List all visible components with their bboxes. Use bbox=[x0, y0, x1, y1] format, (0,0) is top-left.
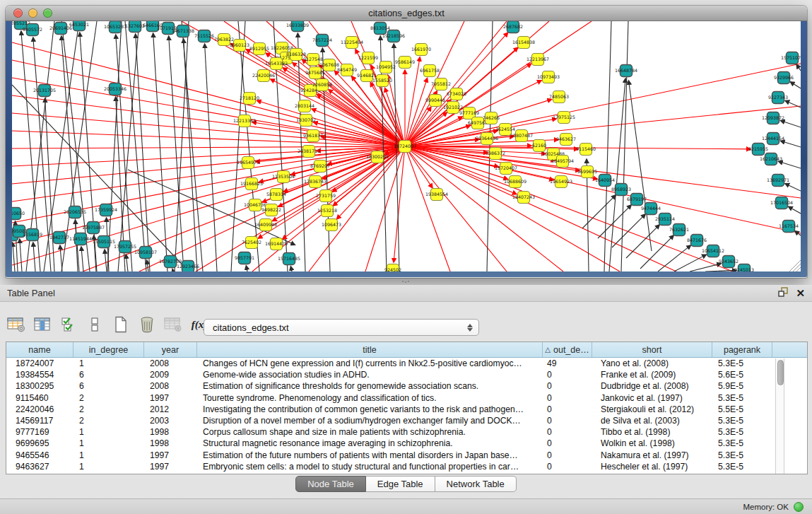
table-row[interactable]: 2242004622012Investigating the contribut… bbox=[6, 404, 807, 415]
network-node[interactable]: 15505115 bbox=[93, 236, 115, 248]
network-node[interactable]: 2935114 bbox=[655, 214, 675, 226]
network-node[interactable]: 12444154 bbox=[762, 133, 784, 145]
network-node[interactable]: 10958107 bbox=[134, 247, 157, 259]
network-node[interactable]: 6734028 bbox=[447, 88, 466, 100]
network-node[interactable]: 6453021 bbox=[69, 21, 89, 31]
network-node[interactable]: 11225494 bbox=[341, 37, 363, 49]
network-node[interactable]: 18407243 bbox=[512, 192, 535, 204]
network-node[interactable]: 1096473 bbox=[322, 219, 341, 231]
close-window-button[interactable] bbox=[13, 8, 23, 18]
network-node[interactable]: 8769207 bbox=[310, 160, 330, 173]
network-node[interactable]: 10653287 bbox=[104, 21, 126, 33]
panel-divider[interactable] bbox=[0, 278, 812, 285]
column-header-pagerank[interactable]: pagerank bbox=[712, 342, 772, 357]
network-node[interactable]: 9586149 bbox=[395, 57, 415, 69]
network-node[interactable]: 6961758 bbox=[420, 65, 440, 77]
network-node[interactable]: 8958923 bbox=[611, 184, 631, 196]
network-node[interactable]: 1253218 bbox=[317, 205, 337, 217]
tab-edge-table[interactable]: Edge Table bbox=[366, 476, 435, 492]
network-node[interactable]: 1830702 bbox=[296, 115, 316, 127]
network-node[interactable]: 1167534 bbox=[779, 221, 799, 233]
network-canvas[interactable]: 1872400779638228960123891295518226058912… bbox=[12, 21, 801, 271]
create-column-icon[interactable] bbox=[110, 314, 131, 335]
network-node[interactable]: 8215955 bbox=[748, 144, 768, 156]
network-node[interactable]: 8454749 bbox=[337, 64, 357, 76]
network-node[interactable]: 7955812 bbox=[431, 78, 451, 90]
network-node[interactable]: 9115460 bbox=[576, 144, 596, 156]
select-all-columns-icon[interactable] bbox=[58, 314, 79, 335]
network-node[interactable]: 7632621 bbox=[669, 224, 689, 236]
network-node[interactable]: 17957255 bbox=[114, 241, 136, 253]
network-node[interactable]: 2718120 bbox=[240, 93, 259, 105]
network-node[interactable]: 11451944 bbox=[69, 233, 92, 245]
network-node[interactable]: 15716485 bbox=[278, 253, 300, 265]
network-node[interactable]: 19654923 bbox=[550, 176, 572, 188]
network-node[interactable]: 19384554 bbox=[425, 189, 448, 201]
network-node[interactable]: 9857791 bbox=[235, 252, 254, 264]
show-columns-icon[interactable] bbox=[32, 314, 53, 335]
network-node[interactable]: 13692971 bbox=[767, 175, 789, 187]
network-node[interactable]: 16648784 bbox=[615, 65, 637, 77]
column-header-out_de[interactable]: △out_de… bbox=[543, 342, 592, 357]
zoom-window-button[interactable] bbox=[43, 8, 52, 18]
network-node[interactable]: 1221599 bbox=[358, 52, 378, 64]
tab-node-table[interactable]: Node Table bbox=[295, 476, 366, 492]
table-row[interactable]: 1830029562008Estimation of significance … bbox=[6, 380, 807, 392]
network-node[interactable]: 17836743 bbox=[304, 176, 326, 188]
table-row[interactable]: 911546021997Tourette syndrome. Phenomeno… bbox=[6, 392, 807, 404]
column-header-title[interactable]: title bbox=[197, 342, 543, 357]
column-header-name[interactable]: name bbox=[6, 342, 73, 357]
network-node[interactable]: 10688609 bbox=[504, 176, 526, 188]
network-node[interactable]: 1094952 bbox=[376, 62, 396, 74]
network-node[interactable]: 7515526 bbox=[194, 30, 214, 42]
network-node[interactable]: 62160 bbox=[532, 140, 546, 152]
network-node[interactable]: 17975125 bbox=[553, 112, 575, 124]
network-node[interactable]: 1661970 bbox=[411, 44, 431, 56]
table-row[interactable]: 1456911722003Disruption of a novel membe… bbox=[6, 415, 807, 426]
minimize-window-button[interactable] bbox=[28, 8, 37, 18]
table-row[interactable]: 969969511998Structural magnetic resonanc… bbox=[6, 438, 807, 449]
delete-column-icon[interactable] bbox=[136, 314, 158, 335]
network-node[interactable]: 16033809 bbox=[286, 21, 309, 32]
column-header-year[interactable]: year bbox=[144, 342, 197, 357]
table-select-dropdown[interactable]: citations_edges.txt bbox=[204, 319, 479, 336]
close-panel-icon[interactable]: ✕ bbox=[796, 288, 805, 298]
table-row[interactable]: 977716911998Corpus callosum shape and si… bbox=[6, 426, 807, 438]
network-node[interactable]: 1327602 bbox=[125, 21, 145, 33]
delete-table-icon[interactable] bbox=[163, 314, 184, 335]
table-mode-icon[interactable] bbox=[6, 314, 27, 335]
network-node[interactable]: 9245013 bbox=[734, 264, 754, 272]
network-node[interactable]: 19654975 bbox=[237, 157, 259, 169]
table-row[interactable]: 1938455462009Genome-wide association stu… bbox=[6, 369, 807, 380]
network-node[interactable]: 15751074 bbox=[781, 52, 801, 64]
unselect-all-columns-icon[interactable] bbox=[84, 314, 105, 335]
network-node[interactable]: 2310650 bbox=[12, 208, 25, 220]
network-node[interactable]: 16154838 bbox=[512, 37, 535, 49]
column-header-in_degree[interactable]: in_degree bbox=[73, 342, 144, 357]
network-window-titlebar[interactable]: citations_edges.txt bbox=[6, 6, 807, 21]
network-node[interactable]: 7485063 bbox=[549, 91, 569, 103]
table-row[interactable]: 946362711997Embryonic stem cells: a mode… bbox=[6, 461, 807, 472]
network-node[interactable]: 9227343 bbox=[768, 92, 788, 104]
network-node[interactable]: 12213967 bbox=[526, 54, 549, 66]
float-panel-icon[interactable] bbox=[777, 286, 789, 300]
network-node[interactable]: 9463627 bbox=[556, 134, 576, 146]
vertical-scrollbar[interactable] bbox=[775, 358, 784, 474]
network-node[interactable]: 746266 bbox=[483, 112, 500, 124]
network-node[interactable]: 1640954 bbox=[595, 175, 615, 187]
network-node[interactable]: 2803144 bbox=[295, 100, 314, 112]
memory-status-indicator[interactable] bbox=[794, 502, 804, 512]
column-header-short[interactable]: short bbox=[592, 342, 712, 357]
canvas-resize-grip[interactable] bbox=[789, 260, 801, 271]
network-node[interactable]: 8471676 bbox=[687, 235, 707, 247]
network-node[interactable]: 9474444 bbox=[641, 203, 661, 215]
network-node[interactable]: 2687682 bbox=[503, 21, 523, 33]
divider-grip-icon[interactable] bbox=[401, 280, 410, 284]
network-node[interactable]: 19166825 bbox=[240, 178, 263, 190]
table-row[interactable]: 946554611997Estimation of the future num… bbox=[6, 450, 807, 461]
network-node[interactable]: 7857224 bbox=[312, 35, 332, 47]
network-node[interactable]: 15720407 bbox=[495, 163, 517, 175]
network-node[interactable]: 12093872 bbox=[762, 112, 784, 124]
network-node[interactable]: 9243652 bbox=[719, 256, 739, 268]
table-row[interactable]: 1872400712008Changes of HCN gene express… bbox=[6, 358, 807, 369]
